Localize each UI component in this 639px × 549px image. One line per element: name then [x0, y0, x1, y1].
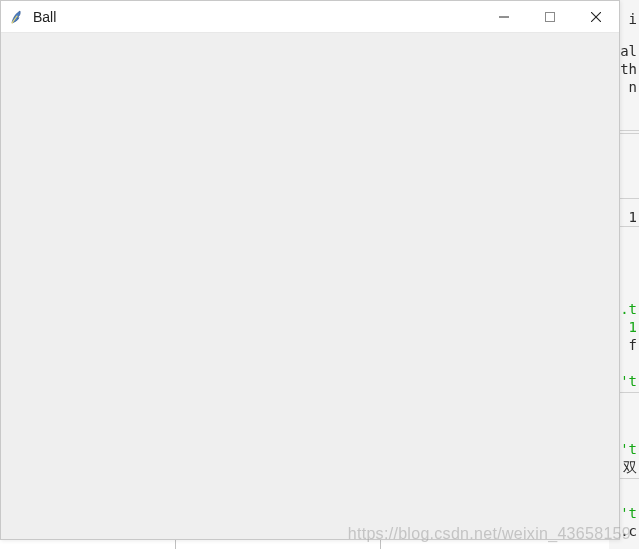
- background-code-fragment: 't: [620, 440, 637, 458]
- background-code-fragment: 1: [629, 208, 637, 226]
- background-code-fragment: .c: [620, 522, 637, 540]
- svg-line-2: [591, 12, 601, 22]
- background-code-fragment: 't: [620, 504, 637, 522]
- background-code-fragment: 双: [623, 458, 637, 476]
- background-code-fragment: f: [629, 336, 637, 354]
- background-code-fragment: al: [620, 42, 637, 60]
- background-code-fragment: i: [629, 10, 637, 28]
- minimize-icon: [499, 12, 509, 22]
- background-code-fragment: .t: [620, 300, 637, 318]
- feather-icon: [9, 9, 25, 25]
- svg-rect-1: [546, 13, 555, 22]
- background-code-fragment: n: [629, 78, 637, 96]
- maximize-button[interactable]: [527, 1, 573, 33]
- app-window: Ball: [0, 0, 620, 540]
- window-controls: [481, 1, 619, 32]
- background-code-fragment: 1: [629, 318, 637, 336]
- maximize-icon: [545, 12, 555, 22]
- minimize-button[interactable]: [481, 1, 527, 33]
- background-code-fragment: 't: [620, 372, 637, 390]
- background-code-fragment: th: [620, 60, 637, 78]
- close-icon: [591, 12, 601, 22]
- canvas-area[interactable]: [1, 33, 619, 539]
- titlebar[interactable]: Ball: [1, 1, 619, 33]
- window-title: Ball: [33, 1, 481, 33]
- svg-line-3: [591, 12, 601, 22]
- close-button[interactable]: [573, 1, 619, 33]
